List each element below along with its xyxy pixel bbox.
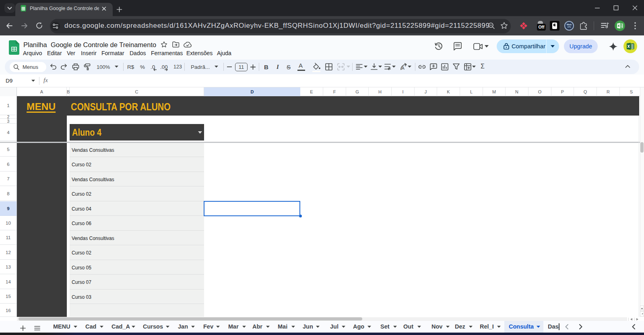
svg-text:A: A xyxy=(402,66,405,70)
